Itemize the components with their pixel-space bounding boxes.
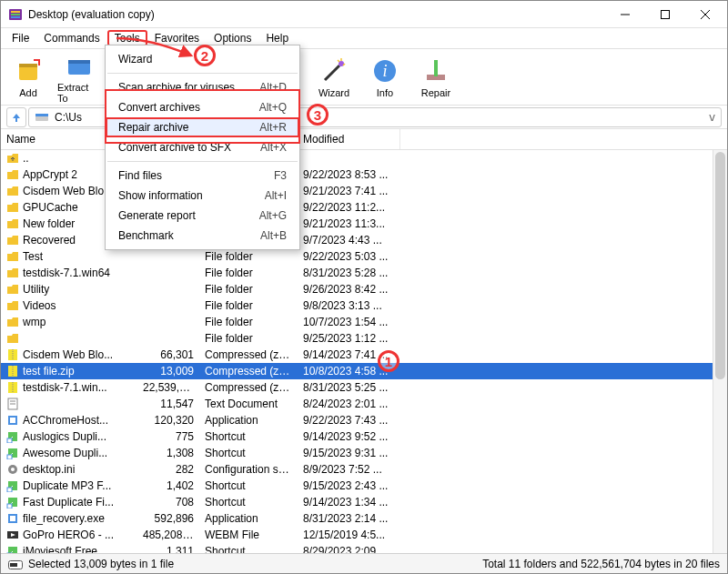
video-icon (6, 529, 19, 541)
file-name: Cisdem Web Blo... (23, 348, 113, 361)
status-selected: Selected 13,009 bytes in 1 file (28, 558, 174, 570)
folder-icon (6, 332, 19, 345)
file-name: test file.zip (23, 365, 75, 378)
file-name: Duplicate MP3 F... (23, 479, 111, 492)
menu-separator (107, 73, 298, 74)
file-row[interactable]: file_recovery.exe592,896Application8/31/… (1, 510, 727, 527)
file-row[interactable]: Fast Duplicate Fi...708Shortcut9/14/2023… (1, 494, 727, 510)
repair-icon (421, 56, 450, 86)
file-row[interactable]: iMoviesoft Free ...1,311Shortcut8/29/202… (1, 543, 727, 553)
shortcut-icon (6, 479, 19, 492)
file-name: wmp (23, 316, 46, 328)
menu-item-convert-archive-to-sfx[interactable]: Convert archive to SFXAlt+X (106, 137, 299, 157)
folder-icon (6, 185, 19, 197)
status-total: Total 11 folders and 522,561,704 bytes i… (482, 558, 720, 570)
file-modified: 9/22/2023 5:03 ... (298, 250, 400, 263)
close-button[interactable] (685, 2, 725, 27)
file-modified: 9/22/2023 8:53 ... (298, 168, 400, 181)
svg-rect-2 (11, 14, 20, 15)
file-row[interactable]: desktop.ini282Configuration setti...8/9/… (1, 461, 727, 478)
file-name: testdisk-7.1.win64 (23, 267, 110, 279)
file-size: 120,320 (137, 414, 199, 427)
file-name: file_recovery.exe (23, 512, 105, 525)
toolbar-add-button[interactable]: Add (6, 56, 50, 98)
file-size: 485,208,595 (137, 529, 199, 541)
menu-item-repair-archive[interactable]: Repair archiveAlt+R (106, 117, 299, 137)
menu-file[interactable]: File (5, 30, 36, 46)
shortcut-icon (6, 545, 19, 553)
svg-rect-9 (19, 64, 37, 67)
maximize-button[interactable] (645, 2, 685, 27)
winrar-icon (8, 7, 23, 22)
file-type: File folder (199, 316, 298, 328)
menu-commands[interactable]: Commands (36, 30, 106, 46)
menu-item-show-information[interactable]: Show informationAlt+I (106, 186, 299, 206)
menu-item-benchmark[interactable]: BenchmarkAlt+B (106, 226, 299, 246)
svg-rect-32 (7, 438, 12, 443)
file-row[interactable]: ACChromeHost...120,320Application9/22/20… (1, 412, 727, 428)
toolbar-info-button[interactable]: iInfo (363, 56, 407, 98)
menu-item-generate-report[interactable]: Generate reportAlt+G (106, 206, 299, 226)
file-name: Test (23, 250, 43, 263)
file-row[interactable]: 11,547Text Document8/24/2023 2:01 ... (1, 396, 727, 412)
toolbar-extract-button[interactable]: Extract To (57, 51, 101, 104)
zip-icon (6, 365, 19, 378)
folder-icon (6, 168, 19, 181)
file-modified: 9/7/2023 4:43 ... (298, 234, 400, 247)
file-row[interactable]: wmpFile folder10/7/2023 1:54 ... (1, 314, 727, 330)
menu-item-convert-archives[interactable]: Convert archivesAlt+Q (106, 97, 299, 117)
file-type: File folder (199, 283, 298, 296)
file-modified: 8/29/2023 2:09 ... (298, 545, 400, 553)
file-type: File folder (199, 332, 298, 345)
window-title: Desktop (evaluation copy) (28, 8, 605, 21)
file-name: Auslogics Dupli... (23, 430, 106, 443)
file-modified: 9/14/2023 1:34 ... (298, 496, 400, 509)
file-row[interactable]: Cisdem Web Blo...66,301Compressed (zipp.… (1, 347, 727, 363)
menu-item-scan-archive-for-viruses[interactable]: Scan archive for virusesAlt+D (106, 77, 299, 97)
zip-icon (6, 348, 19, 361)
minimize-button[interactable] (605, 2, 645, 27)
menu-item-find-files[interactable]: Find filesF3 (106, 166, 299, 186)
file-row[interactable]: File folder9/25/2023 1:12 ... (1, 330, 727, 347)
file-type: Text Document (199, 398, 298, 410)
file-row[interactable]: GoPro HERO6 - ...485,208,595WEBM File12/… (1, 527, 727, 543)
file-modified: 8/24/2023 2:01 ... (298, 398, 400, 410)
file-name: Recovered (23, 234, 76, 247)
file-row[interactable]: test file.zip13,009Compressed (zipp...10… (1, 363, 727, 379)
disk-icon (8, 559, 23, 569)
file-type: Compressed (zipp... (199, 348, 298, 361)
file-row[interactable]: testdisk-7.1.win...22,539,799Compressed … (1, 379, 727, 396)
add-icon (14, 56, 43, 86)
scrollbar[interactable] (713, 150, 727, 553)
file-name: testdisk-7.1.win... (23, 381, 107, 394)
folder-icon (6, 283, 19, 296)
extract-icon (65, 51, 94, 80)
file-name: GoPro HERO6 - ... (23, 529, 114, 541)
app-window: Desktop (evaluation copy) FileCommandsTo… (0, 0, 728, 574)
file-row[interactable]: Auslogics Dupli...775Shortcut9/14/2023 9… (1, 428, 727, 445)
file-modified: 9/15/2023 9:31 ... (298, 447, 400, 459)
scrollbar-thumb[interactable] (715, 152, 725, 379)
file-row[interactable]: TestFile folder9/22/2023 5:03 ... (1, 248, 727, 265)
file-name: GPUCache (23, 201, 78, 214)
file-size: 66,301 (137, 348, 199, 361)
shortcut-icon (6, 447, 19, 459)
file-size: 1,402 (137, 479, 199, 492)
file-row[interactable]: Duplicate MP3 F...1,402Shortcut9/15/2023… (1, 478, 727, 494)
svg-rect-22 (35, 114, 48, 116)
file-row[interactable]: UtilityFile folder9/26/2023 8:42 ... (1, 281, 727, 297)
toolbar-repair-button[interactable]: Repair (414, 56, 458, 98)
file-size: 11,547 (137, 398, 199, 410)
txt-icon (6, 398, 19, 410)
toolbar-wizard-button[interactable]: Wizard (312, 56, 356, 98)
file-type: Configuration setti... (199, 463, 298, 476)
svg-rect-38 (7, 488, 12, 492)
file-row[interactable]: VideosFile folder9/8/2023 3:13 ... (1, 297, 727, 314)
file-row[interactable]: Awesome Dupli...1,308Shortcut9/15/2023 9… (1, 445, 727, 461)
column-modified[interactable]: Modified (298, 129, 400, 149)
file-name: iMoviesoft Free ... (23, 545, 109, 553)
file-modified: 9/25/2023 1:12 ... (298, 332, 400, 345)
file-name: .. (23, 152, 29, 165)
up-button[interactable] (6, 107, 26, 127)
file-row[interactable]: testdisk-7.1.win64File folder8/31/2023 5… (1, 265, 727, 281)
